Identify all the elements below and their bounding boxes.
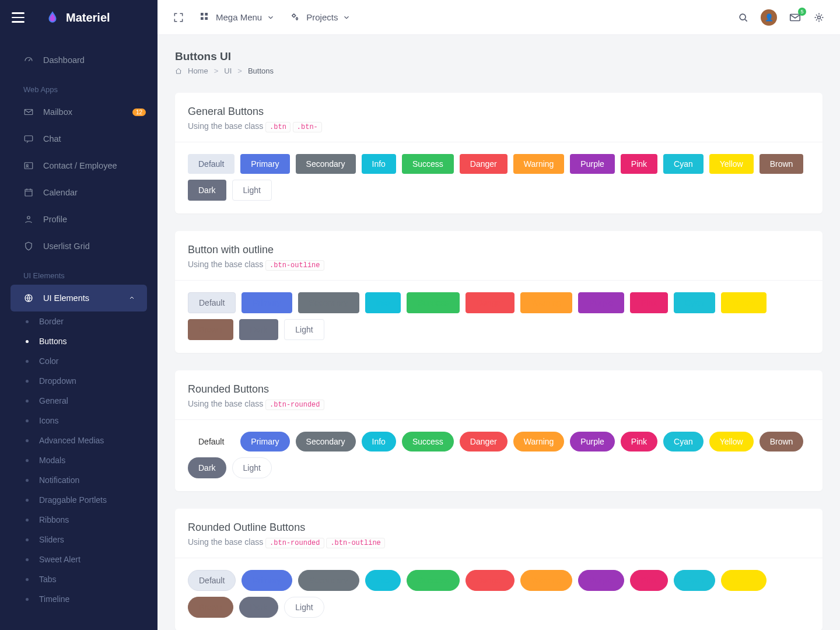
sidebar-sub-dropdown[interactable]: Dropdown [0,371,158,391]
button-rounded-cyan[interactable]: Cyan [663,432,704,452]
sidebar-sub-color[interactable]: Color [0,351,158,371]
button-outline-secondary[interactable]: Secondary [298,292,359,313]
button-secondary[interactable]: Secondary [296,154,356,174]
button-light[interactable]: Light [232,180,272,201]
button-success[interactable]: Success [402,154,454,174]
button-outline-dark[interactable]: Dark [239,319,279,340]
sidebar-sub-ribbons[interactable]: Ribbons [0,510,158,530]
sidebar-item-profile[interactable]: Profile [0,206,158,233]
button-rounded-outline-yellow[interactable]: Yellow [721,570,766,591]
button-cyan[interactable]: Cyan [663,154,704,174]
sidebar-sub-border[interactable]: Border [0,312,158,331]
button-outline-danger[interactable]: Danger [466,292,514,313]
sidebar-item-userlist[interactable]: Userlist Grid [0,233,158,260]
button-rounded-danger[interactable]: Danger [460,432,508,452]
sidebar-item-ui-elements[interactable]: UI Elements [10,285,147,312]
sidebar-item-mailbox[interactable]: Mailbox 12 [0,99,158,125]
button-rounded-brown[interactable]: Brown [760,432,804,452]
search-icon [737,12,749,23]
button-primary[interactable]: Primary [240,154,289,174]
button-rounded-purple[interactable]: Purple [570,432,614,452]
button-rounded-outline-cyan[interactable]: Cyan [674,570,715,591]
button-rounded-yellow[interactable]: Yellow [709,432,754,452]
content: Buttons UI Home > UI > Buttons General B… [158,35,840,630]
sidebar-sub-buttons[interactable]: Buttons [0,331,158,351]
sidebar-sub-icons[interactable]: Icons [0,411,158,430]
logo[interactable]: Materiel [45,10,110,25]
hamburger-button[interactable] [12,12,24,23]
mail-button[interactable]: 5 [789,11,802,24]
button-yellow[interactable]: Yellow [709,154,754,174]
button-default[interactable]: Default [188,154,235,174]
button-outline-info[interactable]: Info [365,292,401,313]
button-rounded-info[interactable]: Info [362,432,396,452]
button-pink[interactable]: Pink [621,154,657,174]
button-rounded-pink[interactable]: Pink [621,432,657,452]
button-rounded-primary[interactable]: Primary [240,432,289,452]
button-rounded-success[interactable]: Success [402,432,454,452]
button-outline-brown[interactable]: Brown [188,319,233,340]
section-header-webapps: Web Apps [0,74,158,99]
button-rounded-outline-dark[interactable]: Dark [239,597,279,618]
button-rounded-outline-info[interactable]: Info [365,570,401,591]
button-outline-default[interactable]: Default [188,292,236,313]
sidebar-sub-draggable[interactable]: Draggable Portlets [0,490,158,510]
button-outline-purple[interactable]: Purple [578,292,624,313]
sidebar-sub-notification[interactable]: Notification [0,470,158,490]
button-rounded-secondary[interactable]: Secondary [296,432,356,452]
button-rounded-outline-secondary[interactable]: Secondary [298,570,359,591]
button-outline-cyan[interactable]: Cyan [674,292,715,313]
button-rounded-outline-light[interactable]: Light [284,597,324,618]
button-rounded-outline-danger[interactable]: Danger [466,570,514,591]
button-rounded-outline-success[interactable]: Success [407,570,460,591]
button-rounded-outline-default[interactable]: Default [188,570,236,591]
sidebar-sub-general[interactable]: General [0,391,158,411]
search-button[interactable] [737,12,749,23]
button-brown[interactable]: Brown [760,154,804,174]
button-outline-primary[interactable]: Primary [242,292,292,313]
button-outline-success[interactable]: Success [407,292,460,313]
sidebar-item-dashboard[interactable]: Dashboard [0,47,158,74]
button-danger[interactable]: Danger [460,154,508,174]
button-warning[interactable]: Warning [513,154,565,174]
page-title: Buttons UI [175,50,822,63]
svg-rect-4 [25,190,32,196]
sidebar-sub-tabs[interactable]: Tabs [0,569,158,589]
button-outline-pink[interactable]: Pink [630,292,668,313]
button-rounded-outline-brown[interactable]: Brown [188,597,233,618]
sidebar-sub-sliders[interactable]: Sliders [0,530,158,550]
button-rounded-outline-warning[interactable]: Warning [520,570,573,591]
breadcrumb-home[interactable]: Home [188,66,208,75]
sidebar-item-chat[interactable]: Chat [0,125,158,152]
button-rounded-outline-purple[interactable]: Purple [578,570,624,591]
button-rounded-outline-primary[interactable]: Primary [242,570,292,591]
mega-menu-button[interactable]: Mega Menu [200,12,275,23]
avatar[interactable]: 👤 [761,9,777,26]
sidebar-sub-timeline[interactable]: Timeline [0,589,158,609]
sidebar-sub-modals[interactable]: Modals [0,450,158,470]
sidebar-item-calendar[interactable]: Calendar [0,179,158,206]
breadcrumb-ui[interactable]: UI [224,66,232,75]
svg-rect-0 [24,110,33,115]
button-info[interactable]: Info [362,154,396,174]
button-rounded-light[interactable]: Light [232,457,272,478]
svg-rect-2 [24,163,33,169]
button-purple[interactable]: Purple [570,154,614,174]
fullscreen-button[interactable] [173,12,184,23]
settings-button[interactable] [813,12,825,23]
button-rounded-default[interactable]: Default [188,432,235,452]
gears-icon [290,12,302,23]
projects-button[interactable]: Projects [290,12,351,23]
card-title: Rounded Buttons [188,383,810,396]
button-rounded-warning[interactable]: Warning [513,432,565,452]
button-outline-light[interactable]: Light [284,319,324,340]
button-rounded-dark[interactable]: Dark [188,457,226,478]
sidebar-item-contact[interactable]: Contact / Employee [0,152,158,179]
button-rounded-outline-pink[interactable]: Pink [630,570,668,591]
button-outline-yellow[interactable]: Yellow [721,292,766,313]
sidebar-sub-adv-media[interactable]: Advanced Medias [0,430,158,450]
button-dark[interactable]: Dark [188,180,226,201]
button-outline-warning[interactable]: Warning [520,292,573,313]
sidebar-sub-sweet-alert[interactable]: Sweet Alert [0,550,158,569]
envelope-icon [23,107,34,117]
